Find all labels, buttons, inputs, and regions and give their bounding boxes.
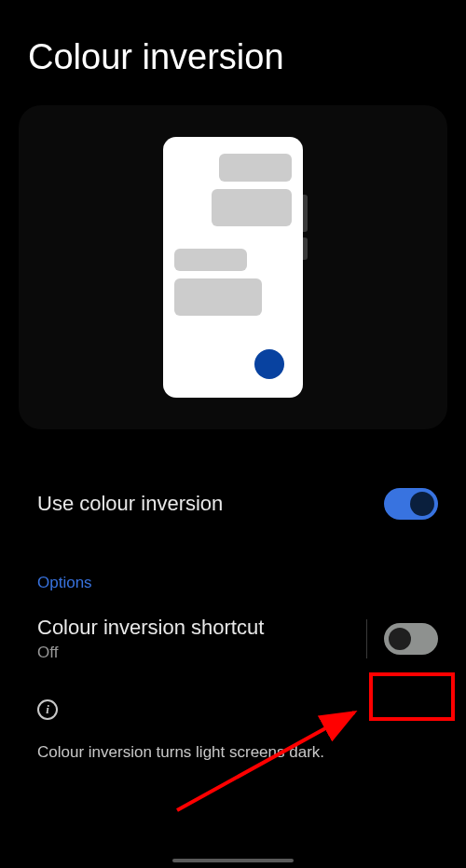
use-colour-inversion-row[interactable]: Use colour inversion [0, 471, 466, 536]
info-section: i [0, 671, 466, 729]
description-text: Colour inversion turns light screens dar… [0, 729, 466, 776]
divider [366, 619, 367, 658]
page-title: Colour inversion [0, 0, 466, 105]
chat-bubble [174, 249, 247, 271]
preview-illustration [19, 105, 447, 429]
shortcut-toggle[interactable] [384, 623, 438, 655]
info-icon: i [37, 699, 58, 720]
colour-inversion-shortcut-row[interactable]: Colour inversion shortcut Off [0, 606, 466, 671]
phone-mockup [163, 137, 303, 398]
shortcut-label: Colour inversion shortcut [37, 616, 350, 640]
chat-bubble [212, 189, 292, 226]
chat-bubble [219, 154, 292, 182]
use-colour-inversion-toggle[interactable] [384, 488, 438, 520]
chat-bubble [174, 278, 262, 316]
options-header: Options [0, 536, 466, 606]
fab-icon [254, 349, 284, 379]
use-colour-inversion-label: Use colour inversion [37, 492, 223, 516]
shortcut-status: Off [37, 644, 350, 662]
navigation-bar[interactable] [172, 859, 294, 862]
